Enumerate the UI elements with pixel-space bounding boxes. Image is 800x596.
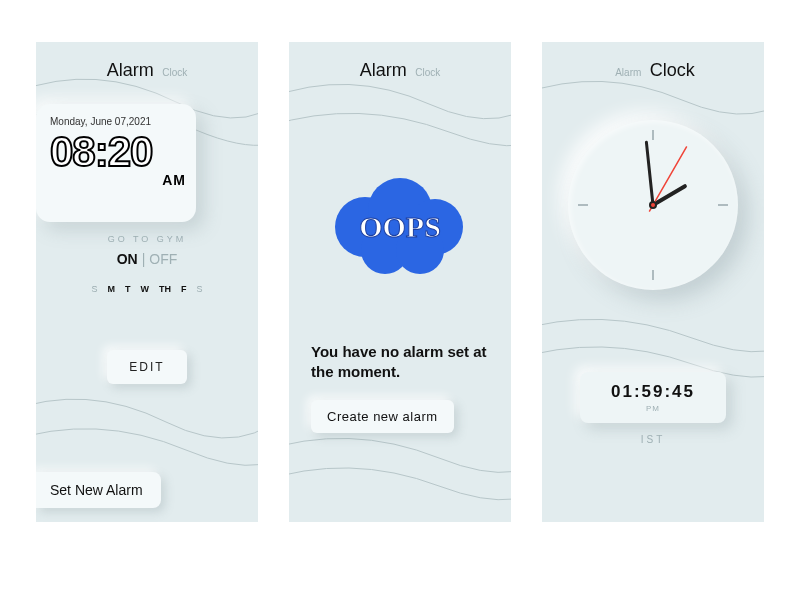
day-mon[interactable]: M xyxy=(108,284,116,294)
header: Alarm Clock xyxy=(542,42,764,81)
tab-alarm[interactable]: Alarm xyxy=(360,60,407,80)
second-hand xyxy=(650,147,687,211)
tab-clock[interactable]: Clock xyxy=(162,67,187,78)
alarm-detail-screen: Alarm Clock Monday, June 07,2021 08:20 A… xyxy=(36,42,258,522)
tab-alarm[interactable]: Alarm xyxy=(615,67,641,78)
minute-hand xyxy=(646,142,653,205)
digital-time: 01:59:45 xyxy=(580,382,726,402)
day-wed[interactable]: W xyxy=(141,284,150,294)
toggle-on[interactable]: ON xyxy=(117,251,138,267)
toggle-off[interactable]: OFF xyxy=(149,251,177,267)
tab-alarm[interactable]: Alarm xyxy=(107,60,154,80)
day-sat[interactable]: S xyxy=(197,284,203,294)
clock-screen: Alarm Clock 01:59:45 PM IST xyxy=(542,42,764,522)
alarm-time: 08:20 xyxy=(50,131,152,173)
alarm-time-card[interactable]: Monday, June 07,2021 08:20 AM xyxy=(36,104,196,222)
timezone-label: IST xyxy=(542,434,764,445)
header: Alarm Clock xyxy=(36,42,258,81)
alarm-date: Monday, June 07,2021 xyxy=(50,116,186,127)
edit-button[interactable]: EDIT xyxy=(107,350,186,384)
set-new-alarm-button[interactable]: Set New Alarm xyxy=(36,472,161,508)
day-tue[interactable]: T xyxy=(125,284,131,294)
day-fri[interactable]: F xyxy=(181,284,187,294)
analog-clock xyxy=(568,120,738,290)
toggle-separator: | xyxy=(138,251,150,267)
oops-cloud: OOPS xyxy=(289,172,511,286)
empty-message: You have no alarm set at the moment. xyxy=(311,342,489,383)
create-alarm-button[interactable]: Create new alarm xyxy=(311,400,454,433)
day-sun[interactable]: S xyxy=(91,284,97,294)
weekday-picker[interactable]: S M T W TH F S xyxy=(36,284,258,294)
alarm-empty-screen: Alarm Clock OOPS You have no alarm set a… xyxy=(289,42,511,522)
oops-text: OOPS xyxy=(359,210,441,243)
digital-meridiem: PM xyxy=(580,404,726,413)
digital-clock: 01:59:45 PM xyxy=(580,372,726,423)
tab-clock[interactable]: Clock xyxy=(415,67,440,78)
alarm-name-label: GO TO GYM xyxy=(36,234,258,244)
alarm-meridiem: AM xyxy=(162,172,186,188)
alarm-toggle[interactable]: ON|OFF xyxy=(36,250,258,268)
tab-clock[interactable]: Clock xyxy=(650,60,695,80)
svg-point-11 xyxy=(651,203,655,207)
header: Alarm Clock xyxy=(289,42,511,81)
day-thu[interactable]: TH xyxy=(159,284,171,294)
